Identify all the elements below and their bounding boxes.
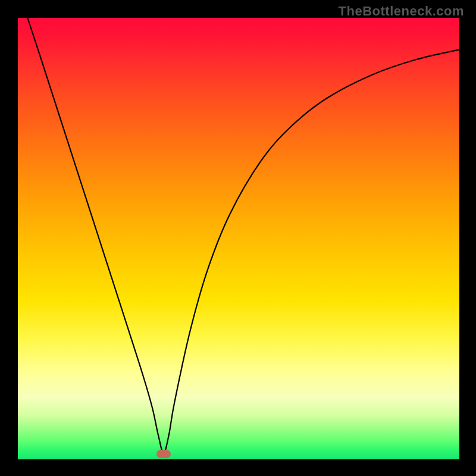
bottleneck-curve — [27, 18, 459, 453]
watermark-text: TheBottleneck.com — [339, 4, 464, 19]
chart-curve-svg — [18, 18, 459, 459]
minimum-marker — [156, 450, 171, 458]
chart-plot-area — [18, 18, 459, 459]
